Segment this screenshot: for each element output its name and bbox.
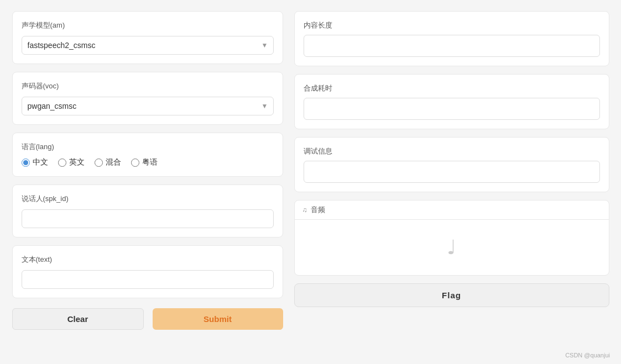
lang-radio-yue-label: 粤语 [142,157,158,167]
audio-header: ♫ 音频 [295,201,609,220]
text-card: 文本(text) [12,245,283,298]
synthesis-time-card: 合成耗时 [294,74,609,129]
text-input[interactable] [22,270,274,289]
voc-card: 声码器(voc) pwgan_csmsc ▼ [12,72,283,125]
voc-select-wrapper: pwgan_csmsc ▼ [22,97,274,115]
lang-radio-en[interactable]: 英文 [58,157,85,167]
lang-label: 语言(lang) [22,142,274,152]
clear-button[interactable]: Clear [12,308,144,330]
content-length-card: 内容长度 [294,11,609,66]
lang-radio-yue[interactable]: 粤语 [131,157,158,167]
voc-label: 声码器(voc) [22,81,274,91]
right-panel: 内容长度 合成耗时 调试信息 ♫ 音频 ♩ Flag [294,11,609,330]
am-select-wrapper: fastspeech2_csmsc ▼ [22,36,274,55]
debug-info-input[interactable] [304,161,600,183]
button-row: Clear Submit [12,308,283,330]
flag-button[interactable]: Flag [294,283,609,307]
debug-info-label: 调试信息 [304,146,600,156]
lang-radio-mix[interactable]: 混合 [95,157,121,167]
lang-radio-zh[interactable]: 中文 [22,157,48,167]
text-label: 文本(text) [22,255,274,265]
audio-body: ♩ [295,220,609,275]
content-length-label: 内容长度 [304,20,600,30]
submit-button[interactable]: Submit [153,308,283,330]
lang-radio-mix-label: 混合 [106,157,121,167]
lang-radio-zh-input[interactable] [22,159,30,167]
spk-input[interactable] [22,209,274,228]
lang-radio-zh-label: 中文 [33,157,48,167]
am-label: 声学模型(am) [22,20,274,30]
synthesis-time-label: 合成耗时 [304,83,600,93]
debug-info-card: 调试信息 [294,137,609,192]
lang-radio-group: 中文 英文 混合 粤语 [22,157,274,167]
spk-label: 说话人(spk_id) [22,194,274,204]
synthesis-time-input[interactable] [304,98,600,120]
am-card: 声学模型(am) fastspeech2_csmsc ▼ [12,11,283,64]
audio-card: ♫ 音频 ♩ [294,200,609,276]
lang-radio-mix-input[interactable] [95,159,103,167]
voc-select[interactable]: pwgan_csmsc [22,97,274,115]
music-note-icon: ♩ [447,236,456,259]
lang-radio-en-input[interactable] [58,159,66,167]
spk-card: 说话人(spk_id) [12,184,283,238]
audio-label: 音频 [311,205,325,215]
audio-small-icon: ♫ [302,206,307,214]
lang-radio-en-label: 英文 [69,157,85,167]
lang-radio-yue-input[interactable] [131,159,139,167]
lang-card: 语言(lang) 中文 英文 混合 粤语 [12,133,283,177]
content-length-input[interactable] [304,35,600,57]
left-panel: 声学模型(am) fastspeech2_csmsc ▼ 声码器(voc) pw… [12,11,283,330]
am-select[interactable]: fastspeech2_csmsc [22,36,274,55]
footer-credit: CSDN @quanjui [565,352,610,358]
